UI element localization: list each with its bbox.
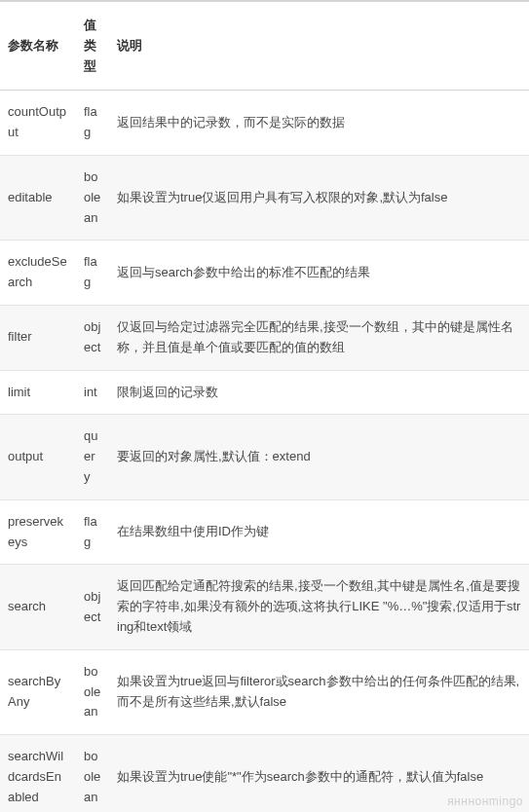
params-table: 参数名称 值类型 说明 countOutputflag返回结果中的记录数，而不是…	[0, 0, 529, 812]
cell-param-desc: 如果设置为true使能"*"作为search参数中的通配符，默认值为false	[109, 735, 529, 812]
col-header-name: 参数名称	[0, 1, 76, 91]
table-row: preservekeysflag在结果数组中使用ID作为键	[0, 499, 529, 565]
table-row: outputquery要返回的对象属性,默认值：extend	[0, 415, 529, 499]
table-row: editableboolean如果设置为true仅返回用户具有写入权限的对象,默…	[0, 155, 529, 240]
cell-param-type: flag	[76, 499, 109, 565]
table-row: countOutputflag返回结果中的记录数，而不是实际的数据	[0, 91, 529, 156]
cell-param-name: excludeSearch	[0, 240, 76, 306]
cell-param-type: boolean	[76, 735, 109, 812]
cell-param-name: limit	[0, 370, 76, 415]
table-row: searchobject返回匹配给定通配符搜索的结果,接受一个数组,其中键是属性…	[0, 565, 529, 649]
cell-param-desc: 如果设置为true返回与filteror或search参数中给出的任何条件匹配的…	[109, 649, 529, 734]
cell-param-type: flag	[76, 240, 109, 306]
cell-param-desc: 返回与search参数中给出的标准不匹配的结果	[109, 240, 529, 306]
cell-param-name: editable	[0, 155, 76, 240]
cell-param-name: preservekeys	[0, 499, 76, 565]
table-row: filterobject仅返回与给定过滤器完全匹配的结果,接受一个数组，其中的键…	[0, 305, 529, 370]
cell-param-desc: 返回结果中的记录数，而不是实际的数据	[109, 91, 529, 156]
cell-param-type: flag	[76, 91, 109, 156]
cell-param-type: object	[76, 305, 109, 370]
cell-param-name: countOutput	[0, 91, 76, 156]
table-row: limitint限制返回的记录数	[0, 370, 529, 415]
table-row: searchWildcardsEnabledboolean如果设置为true使能…	[0, 735, 529, 812]
cell-param-desc: 要返回的对象属性,默认值：extend	[109, 415, 529, 499]
cell-param-desc: 限制返回的记录数	[109, 370, 529, 415]
cell-param-name: filter	[0, 305, 76, 370]
cell-param-desc: 仅返回与给定过滤器完全匹配的结果,接受一个数组，其中的键是属性名称，并且值是单个…	[109, 305, 529, 370]
col-header-desc: 说明	[109, 1, 529, 91]
cell-param-type: int	[76, 370, 109, 415]
cell-param-type: query	[76, 415, 109, 499]
cell-param-name: searchByAny	[0, 649, 76, 734]
cell-param-type: boolean	[76, 649, 109, 734]
cell-param-type: object	[76, 565, 109, 649]
cell-param-name: searchWildcardsEnabled	[0, 735, 76, 812]
cell-param-type: boolean	[76, 155, 109, 240]
cell-param-desc: 如果设置为true仅返回用户具有写入权限的对象,默认为false	[109, 155, 529, 240]
cell-param-desc: 返回匹配给定通配符搜索的结果,接受一个数组,其中键是属性名,值是要搜索的字符串,…	[109, 565, 529, 649]
table-row: excludeSearchflag返回与search参数中给出的标准不匹配的结果	[0, 240, 529, 306]
cell-param-name: search	[0, 565, 76, 649]
table-header-row: 参数名称 值类型 说明	[0, 1, 529, 91]
col-header-type: 值类型	[76, 1, 109, 91]
cell-param-name: output	[0, 415, 76, 499]
table-row: searchByAnyboolean如果设置为true返回与filteror或s…	[0, 649, 529, 734]
cell-param-desc: 在结果数组中使用ID作为键	[109, 499, 529, 565]
